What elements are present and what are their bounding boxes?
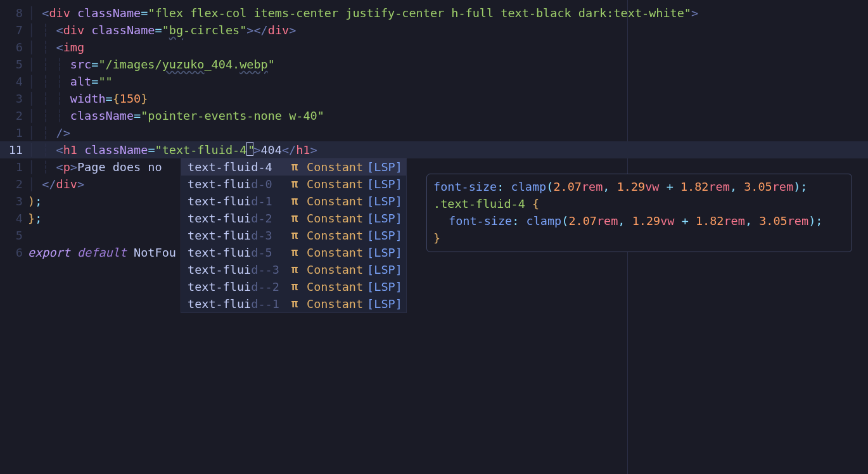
code-line[interactable]: │ ┆ <p>Page does no <box>28 158 868 176</box>
completion-kind: Constant <box>307 244 363 261</box>
code-line[interactable]: │ <div className="flex flex-col items-ce… <box>28 4 868 22</box>
completion-kind: Constant <box>307 295 363 312</box>
completion-kind: Constant <box>307 227 363 244</box>
line-number: 2 <box>0 176 23 193</box>
doc-line: } <box>433 229 845 247</box>
line-number: 6 <box>0 244 23 261</box>
completion-item[interactable]: text-fluid-3πConstant[LSP] <box>181 227 406 244</box>
line-number: 3 <box>0 193 23 210</box>
documentation-popup: font-size: clamp(2.07rem, 1.29vw + 1.82r… <box>426 174 852 252</box>
completion-source: [LSP] <box>367 244 402 261</box>
pi-icon: π <box>291 193 307 210</box>
completion-item[interactable]: text-fluid-0πConstant[LSP] <box>181 176 406 193</box>
doc-line: font-size: clamp(2.07rem, 1.29vw + 1.82r… <box>433 178 845 195</box>
completion-item[interactable]: text-fluid--3πConstant[LSP] <box>181 261 406 278</box>
pi-icon: π <box>291 227 307 244</box>
completion-label: text-fluid--1 <box>188 295 291 312</box>
code-line[interactable]: │ ┆ ┆ width={150} <box>28 90 868 107</box>
completion-source: [LSP] <box>367 278 402 295</box>
code-line[interactable]: │ ┆ /> <box>28 124 868 141</box>
completion-label: text-fluid-0 <box>188 176 291 193</box>
code-line[interactable]: │ ┆ <img <box>28 39 868 56</box>
completion-item[interactable]: text-fluid-5πConstant[LSP] <box>181 244 406 261</box>
line-number: 4 <box>0 210 23 227</box>
doc-line: font-size: clamp(2.07rem, 1.29vw + 1.82r… <box>433 212 845 229</box>
pi-icon: π <box>291 210 307 227</box>
completion-source: [LSP] <box>367 210 402 227</box>
line-number: 11 <box>0 141 23 158</box>
pi-icon: π <box>291 244 307 261</box>
completion-label: text-fluid--2 <box>188 278 291 295</box>
line-number: 8 <box>0 4 23 22</box>
completion-kind: Constant <box>307 176 363 193</box>
line-number: 4 <box>0 73 23 90</box>
completion-source: [LSP] <box>367 295 402 312</box>
completion-kind: Constant <box>307 210 363 227</box>
completion-popup[interactable]: text-fluid-4πConstant[LSP]text-fluid-0πC… <box>181 158 407 313</box>
completion-label: text-fluid-5 <box>188 244 291 261</box>
code-line[interactable]: │ ┆ <div className="bg-circles"></div> <box>28 22 868 39</box>
pi-icon: π <box>291 176 307 193</box>
line-number: 7 <box>0 22 23 39</box>
completion-label: text-fluid--3 <box>188 261 291 278</box>
completion-kind: Constant <box>307 278 363 295</box>
line-number-gutter: 8765432111123456 <box>0 0 28 474</box>
completion-item[interactable]: text-fluid--2πConstant[LSP] <box>181 278 406 295</box>
completion-item[interactable]: text-fluid--1πConstant[LSP] <box>181 295 406 312</box>
completion-source: [LSP] <box>367 158 402 176</box>
code-line[interactable]: │ ┆ ┆ alt="" <box>28 73 868 90</box>
pi-icon: π <box>291 295 307 312</box>
line-number: 2 <box>0 107 23 124</box>
completion-kind: Constant <box>307 193 363 210</box>
pi-icon: π <box>291 158 307 176</box>
completion-source: [LSP] <box>367 261 402 278</box>
pi-icon: π <box>291 278 307 295</box>
completion-source: [LSP] <box>367 193 402 210</box>
line-number: 1 <box>0 158 23 176</box>
completion-item[interactable]: text-fluid-4πConstant[LSP] <box>181 158 406 176</box>
completion-source: [LSP] <box>367 227 402 244</box>
line-number: 5 <box>0 56 23 73</box>
completion-source: [LSP] <box>367 176 402 193</box>
pi-icon: π <box>291 261 307 278</box>
line-number: 1 <box>0 124 23 141</box>
line-number: 3 <box>0 90 23 107</box>
code-line[interactable]: │ ┆ <h1 className="text-fluid-4>404</h1> <box>28 141 868 158</box>
text-cursor <box>246 142 253 156</box>
code-line[interactable]: │ ┆ ┆ className="pointer-events-none w-4… <box>28 107 868 124</box>
completion-label: text-fluid-1 <box>188 193 291 210</box>
completion-item[interactable]: text-fluid-1πConstant[LSP] <box>181 193 406 210</box>
completion-kind: Constant <box>307 158 363 176</box>
completion-label: text-fluid-2 <box>188 210 291 227</box>
completion-label: text-fluid-4 <box>188 158 291 176</box>
doc-line: .text-fluid-4 { <box>433 195 845 212</box>
code-line[interactable]: │ ┆ ┆ src="/images/yuzuko_404.webp" <box>28 56 868 73</box>
line-number: 5 <box>0 227 23 244</box>
completion-label: text-fluid-3 <box>188 227 291 244</box>
line-number: 6 <box>0 39 23 56</box>
code-editor[interactable]: 8765432111123456 │ <div className="flex … <box>0 0 868 474</box>
completion-kind: Constant <box>307 261 363 278</box>
completion-item[interactable]: text-fluid-2πConstant[LSP] <box>181 210 406 227</box>
